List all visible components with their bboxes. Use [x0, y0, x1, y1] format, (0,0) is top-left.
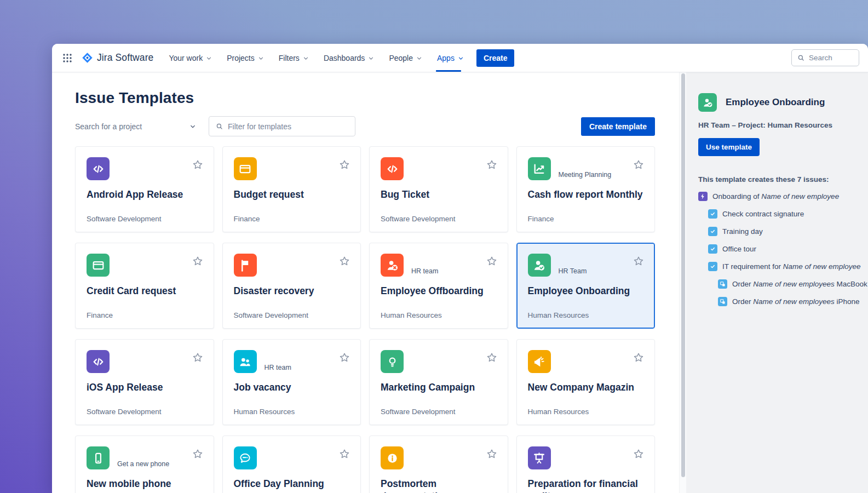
issue-list: Onboarding of Name of new employeeCheck …: [698, 192, 857, 306]
template-card[interactable]: Meeting PlanningCash flow report Monthly…: [516, 146, 656, 232]
template-title: Marketing Campaign: [381, 381, 497, 394]
navbar-search[interactable]: [791, 49, 859, 66]
star-icon[interactable]: [633, 159, 645, 171]
star-icon[interactable]: [633, 255, 645, 267]
template-filter-input[interactable]: [228, 122, 349, 131]
star-icon[interactable]: [192, 255, 204, 267]
star-icon[interactable]: [486, 448, 498, 460]
toolbar: Search for a project Create template: [75, 116, 655, 136]
brand-name: Jira Software: [97, 52, 153, 64]
star-icon[interactable]: [633, 448, 645, 460]
template-card[interactable]: Android App ReleaseSoftware Development: [75, 146, 214, 232]
employee-onboarding-icon: [698, 93, 717, 112]
template-category: Software Development: [87, 408, 162, 416]
panel-header: Employee Onboarding: [698, 93, 857, 112]
template-card[interactable]: Get a new phoneNew mobile phone: [75, 435, 214, 493]
code-icon: [87, 350, 110, 373]
star-icon[interactable]: [338, 448, 350, 460]
flag-icon: [234, 254, 257, 277]
template-card[interactable]: HR teamEmployee OffboardingHuman Resourc…: [369, 243, 508, 329]
card-icon: [234, 157, 257, 180]
issue-text: Check contract signature: [722, 210, 804, 218]
template-card[interactable]: HR teamJob vacancyHuman Resources: [222, 339, 361, 425]
chevron-down-icon: [257, 55, 265, 62]
check-icon: [708, 227, 717, 236]
main-content: Issue Templates Search for a project Cre…: [52, 72, 679, 493]
desktop-background: Jira Software Your workProjectsFiltersDa…: [0, 0, 868, 493]
template-category: Software Development: [381, 408, 456, 416]
nav-item-dashboards[interactable]: Dashboards: [324, 44, 375, 72]
create-template-button[interactable]: Create template: [581, 117, 655, 136]
template-card[interactable]: Marketing CampaignSoftware Development: [369, 339, 508, 425]
template-card[interactable]: Bug TicketSoftware Development: [369, 146, 508, 232]
star-icon[interactable]: [192, 159, 204, 171]
template-card[interactable]: Postmortem documentation: [369, 435, 508, 493]
star-icon[interactable]: [486, 159, 498, 171]
jira-home-link[interactable]: Jira Software: [82, 52, 153, 64]
template-card[interactable]: Preparation for financial audit: [516, 435, 656, 493]
template-card[interactable]: iOS App ReleaseSoftware Development: [75, 339, 214, 425]
panel-subtitle: HR Team – Project: Human Resources: [698, 121, 857, 129]
template-title: Office Day Planning: [234, 478, 350, 490]
issue-text: IT requirement for Name of new employee: [722, 262, 861, 271]
star-icon[interactable]: [338, 255, 350, 267]
navbar-search-input[interactable]: [809, 54, 854, 62]
create-button[interactable]: Create: [476, 49, 515, 67]
template-category: Human Resources: [528, 311, 589, 319]
template-category: Human Resources: [381, 311, 442, 319]
star-icon[interactable]: [338, 352, 350, 364]
template-card[interactable]: Budget requestFinance: [222, 146, 361, 232]
nav-item-filters[interactable]: Filters: [279, 44, 309, 72]
star-icon[interactable]: [486, 255, 498, 267]
template-category: Finance: [528, 215, 554, 223]
bulb-icon: [381, 350, 404, 373]
template-category: Software Development: [87, 215, 162, 223]
template-card[interactable]: New Company MagazinHuman Resources: [516, 339, 656, 425]
template-title: New mobile phone: [87, 478, 203, 490]
template-badge: HR Team: [559, 267, 587, 277]
issue-text: Order Name of new employees MacBook: [732, 280, 867, 288]
template-title: New Company Magazin: [528, 381, 644, 394]
chevron-down-icon: [416, 55, 423, 62]
issue-text: Order Name of new employees iPhone: [732, 297, 860, 306]
template-category: Human Resources: [234, 408, 295, 416]
star-icon[interactable]: [486, 352, 498, 364]
nav-item-apps[interactable]: Apps: [437, 44, 464, 72]
project-select[interactable]: Search for a project: [75, 116, 200, 136]
chevron-down-icon: [189, 123, 197, 130]
issue-row: IT requirement for Name of new employee: [708, 262, 857, 271]
jira-logo-icon: [82, 52, 93, 64]
scrollbar-thumb[interactable]: [681, 73, 685, 477]
people-icon: [234, 350, 257, 373]
star-icon[interactable]: [633, 352, 645, 364]
app-switcher-icon[interactable]: [62, 53, 73, 64]
phone-icon: [87, 446, 110, 469]
star-icon[interactable]: [338, 159, 350, 171]
nav-item-projects[interactable]: Projects: [227, 44, 265, 72]
chevron-down-icon: [457, 55, 464, 62]
code-icon: [381, 157, 404, 180]
nav-item-your-work[interactable]: Your work: [169, 44, 212, 72]
issue-row: Training day: [708, 227, 857, 236]
nav-item-people[interactable]: People: [389, 44, 423, 72]
template-card[interactable]: Credit Card requestFinance: [75, 243, 214, 329]
person-x-icon: [381, 254, 404, 277]
nav-item-label: Your work: [169, 54, 203, 62]
chevron-down-icon: [205, 55, 212, 62]
easel-icon: [528, 446, 551, 469]
template-grid: Android App ReleaseSoftware DevelopmentB…: [75, 146, 655, 493]
template-card[interactable]: Disaster recoverySoftware Development: [222, 243, 361, 329]
use-template-button[interactable]: Use template: [698, 138, 760, 156]
vertical-scrollbar[interactable]: [679, 72, 686, 493]
subtask-icon: [718, 279, 727, 289]
template-card[interactable]: Office Day Planning: [222, 435, 361, 493]
template-card[interactable]: HR TeamEmployee OnboardingHuman Resource…: [516, 243, 656, 329]
epic-icon: [698, 192, 708, 201]
template-title: iOS App Release: [87, 381, 203, 394]
check-icon: [708, 244, 717, 254]
star-icon[interactable]: [192, 352, 204, 364]
megaphone-icon: [528, 350, 551, 373]
template-filter[interactable]: [209, 116, 355, 136]
nav-item-label: Projects: [227, 54, 255, 62]
star-icon[interactable]: [192, 448, 204, 460]
